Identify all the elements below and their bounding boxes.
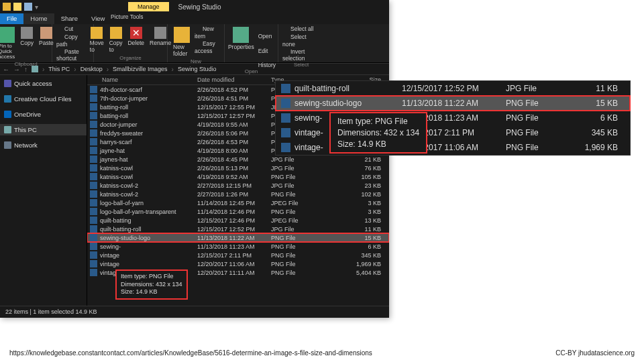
file-icon (281, 84, 290, 93)
file-row[interactable]: sewing-11/13/2018 11:23 AMPNG File6 KB (87, 242, 389, 251)
status-bar: 22 items | 1 item selected 14.9 KB (0, 306, 389, 318)
folder-icon (3, 3, 11, 11)
zoom-file-row[interactable]: sewing-studio-logo11/13/2018 11:22 AMPNG… (276, 96, 630, 111)
titlebar: ▾ Picture Tools Manage Sewing Studio (0, 0, 389, 13)
file-icon (90, 103, 97, 111)
file-row[interactable]: katniss-cowl2/26/2018 5:13 PMJPG File76 … (87, 164, 389, 172)
file-tooltip: Item type: PNG File Dimensions: 432 x 13… (115, 269, 188, 300)
history-button[interactable]: History (258, 55, 276, 69)
file-icon (281, 113, 290, 123)
file-icon (90, 138, 97, 145)
properties-button[interactable]: Properties (227, 25, 256, 52)
share-tab[interactable]: Share (54, 13, 85, 24)
file-row[interactable]: katniss-cowl4/19/2018 9:52 AMPNG File105… (87, 172, 389, 181)
tree-network[interactable]: Network (0, 139, 87, 151)
file-icon (90, 243, 97, 250)
ribbon: Pin to Quick access Copy Paste Clipboard… (0, 24, 389, 63)
forward-button[interactable]: → (13, 66, 20, 73)
file-icon (90, 225, 97, 233)
pc-icon (32, 66, 38, 72)
file-row[interactable]: vintage12/15/2017 2:11 PMPNG File345 KB (87, 251, 389, 259)
cloud-icon (4, 95, 11, 103)
back-button[interactable]: ← (3, 66, 9, 73)
nav-tree: Quick access Creative Cloud Files OneDri… (0, 75, 87, 306)
open-group-label: Open (245, 68, 258, 74)
copy-button[interactable]: Copy (19, 25, 35, 48)
source-url: https://knowledgebase.constantcontact.co… (9, 349, 372, 357)
pin-quick-access-button[interactable]: Pin to Quick access (0, 25, 16, 61)
address-bar[interactable]: ← → ↑ › This PC › Desktop › Smallbizvill… (0, 63, 389, 75)
view-tab[interactable]: View (85, 13, 111, 24)
file-row[interactable]: katniss-cowl-22/27/2018 1:26 PMPNG File1… (87, 190, 389, 198)
file-icon (90, 182, 97, 189)
invert-selection-button[interactable]: Invert selection (282, 48, 320, 62)
file-icon (90, 173, 97, 180)
file-row[interactable]: vintage12/20/2017 11:06 AMPNG File1,969 … (87, 259, 389, 268)
file-row[interactable]: quilt-batting12/15/2017 12:46 PMJPEG Fil… (87, 216, 389, 225)
file-icon (90, 129, 97, 137)
new-group-label: New (191, 58, 201, 64)
col-name[interactable]: Name (90, 76, 197, 83)
tree-onedrive[interactable]: OneDrive (0, 109, 87, 120)
tree-creative-cloud[interactable]: Creative Cloud Files (0, 93, 87, 105)
breadcrumb[interactable]: Desktop (80, 66, 103, 72)
select-group-label: Select (294, 62, 309, 68)
file-row[interactable]: jaynes-hat2/26/2018 4:45 PMJPG File21 KB (87, 155, 389, 164)
organize-group-label: Organize (119, 55, 141, 61)
folder-icon (24, 3, 32, 11)
file-icon (90, 234, 97, 241)
select-none-button[interactable]: Select none (282, 34, 320, 48)
cut-button[interactable]: Cut (56, 25, 89, 33)
file-row[interactable]: logo-ball-of-yarn11/14/2018 12:45 PMJPEG… (87, 198, 389, 207)
paste-shortcut-button[interactable]: Paste shortcut (56, 48, 89, 62)
new-item-button[interactable]: New item (195, 25, 220, 40)
file-icon (90, 164, 97, 172)
edit-button[interactable]: Edit (258, 40, 276, 54)
pc-icon (4, 126, 11, 133)
file-icon (90, 217, 97, 224)
breadcrumb[interactable]: This PC (48, 66, 70, 72)
file-icon (90, 121, 97, 128)
file-row[interactable]: sewing-studio-logo11/13/2018 11:22 AMPNG… (87, 233, 389, 242)
file-icon (281, 143, 290, 152)
select-all-button[interactable]: Select all (282, 25, 320, 33)
zoom-tooltip: Item type: PNG File Dimensions: 432 x 13… (329, 112, 427, 154)
folder-icon (13, 3, 21, 11)
menubar: File Home Share View (0, 13, 389, 24)
open-button[interactable]: Open (258, 25, 276, 40)
file-icon (281, 99, 290, 108)
zoom-file-row[interactable]: quilt-batting-roll12/15/2017 12:52 PMJPG… (276, 81, 630, 96)
file-explorer-window: ▾ Picture Tools Manage Sewing Studio Fil… (0, 0, 389, 318)
file-icon (90, 147, 97, 154)
breadcrumb[interactable]: Smallbizville Images (113, 66, 168, 72)
tree-this-pc[interactable]: This PC (0, 124, 87, 135)
footer: https://knowledgebase.constantcontact.co… (0, 349, 644, 357)
delete-button[interactable]: ✕Delete (126, 25, 146, 48)
home-tab[interactable]: Home (23, 13, 54, 24)
file-row[interactable]: quilt-batting-roll12/15/2017 12:52 PMJPG… (87, 225, 389, 233)
copy-to-button[interactable]: Copy to (108, 25, 124, 54)
file-icon (90, 156, 97, 163)
file-icon (90, 260, 97, 267)
file-icon (90, 95, 97, 102)
copy-path-button[interactable]: Copy path (56, 34, 89, 48)
manage-tab[interactable]: Manage (128, 2, 169, 11)
new-folder-button[interactable]: New folder (172, 25, 192, 58)
easy-access-button[interactable]: Easy access (195, 40, 220, 54)
file-tab[interactable]: File (0, 13, 23, 24)
file-row[interactable]: logo-ball-of-yarn-transparent11/14/2018 … (87, 207, 389, 216)
window-title: Sewing Studio (178, 3, 221, 11)
file-row[interactable]: katniss-cowl-22/27/2018 12:15 PMJPG File… (87, 181, 389, 190)
file-icon (90, 199, 97, 206)
network-icon (4, 141, 11, 149)
breadcrumb[interactable]: Sewing Studio (178, 66, 217, 72)
tree-quick-access[interactable]: Quick access (0, 78, 87, 89)
file-icon (90, 190, 97, 198)
file-icon (90, 112, 97, 119)
up-button[interactable]: ↑ (24, 66, 28, 73)
picture-tools-label: Picture Tools (111, 13, 144, 20)
file-icon (281, 128, 290, 137)
col-date[interactable]: Date modified (197, 76, 271, 83)
onedrive-icon (4, 111, 11, 118)
move-to-button[interactable]: Move to (89, 25, 105, 54)
